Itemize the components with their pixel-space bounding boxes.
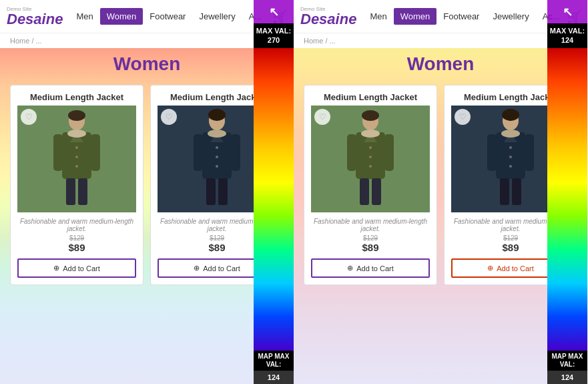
svg-point-23 (208, 130, 226, 138)
max-val-left: 270 (268, 36, 280, 44)
nav-links-right: Men Women Footwear Jewellery Ac... (363, 8, 566, 25)
cart-btn-label-2-right: Add to Cart (497, 264, 534, 272)
nav-item-footwear-right[interactable]: Footwear (436, 8, 486, 25)
svg-rect-22 (218, 178, 228, 205)
jacket-figure-1-left (50, 109, 103, 209)
product-card-1-right: Medium Length Jacket ♡ (304, 85, 437, 285)
svg-rect-5 (91, 134, 100, 171)
page-title-text-right: Women (407, 53, 475, 74)
map-max-label-right: MAP MAX VAL: (551, 353, 583, 368)
svg-rect-33 (360, 178, 369, 205)
product-img-1-left: ♡ (17, 106, 136, 212)
svg-point-8 (75, 165, 78, 168)
nav-item-women-left[interactable]: Women (100, 8, 143, 25)
product-grid-right: Medium Length Jacket ♡ (294, 85, 587, 285)
svg-rect-4 (53, 134, 63, 171)
svg-point-13 (208, 109, 226, 121)
svg-point-35 (361, 130, 380, 138)
product-card-1-left: Medium Length Jacket ♡ (10, 85, 143, 285)
nav-item-women-right[interactable]: Women (394, 8, 437, 25)
breadcrumb-right: Home / ... (294, 33, 587, 48)
svg-point-30 (369, 146, 372, 149)
svg-rect-10 (78, 178, 87, 205)
svg-point-7 (75, 156, 78, 158)
max-val-box-right: MAX VAL: 124 (547, 23, 587, 48)
val-right: 124 (561, 373, 573, 381)
svg-point-47 (501, 130, 520, 138)
add-to-cart-btn-1-left[interactable]: ⊕ Add to Cart (17, 258, 136, 278)
cart-btn-icon-2-left: ⊕ (194, 264, 200, 272)
heatmap-cursor-icon-left: ↖ (269, 5, 279, 19)
nav-item-jewellery-right[interactable]: Jewellery (486, 8, 535, 25)
logo-right: Demo Site Desaine (300, 7, 356, 27)
jacket-figure-2-left (190, 109, 244, 209)
map-max-label-left: MAP MAX VAL: (258, 353, 289, 368)
nav-links-left: Men Women Footwear Jewellery A... (69, 8, 268, 25)
breadcrumb-left: Home / ... (0, 33, 294, 48)
svg-point-32 (369, 165, 372, 168)
svg-point-44 (509, 165, 512, 168)
svg-point-20 (216, 165, 218, 168)
svg-rect-17 (231, 134, 240, 171)
product-price-1-right: $129 $89 (311, 234, 430, 253)
nav-item-jewellery-left[interactable]: Jewellery (192, 8, 242, 25)
product-price-1-left: $129 $89 (17, 234, 136, 253)
page-title-text-left: Women (113, 53, 181, 74)
svg-point-42 (509, 146, 512, 149)
cart-btn-label-1-left: Add to Cart (63, 264, 100, 272)
cart-btn-label-2-left: Add to Cart (203, 264, 240, 272)
product-desc-1-left: Fashionable and warm medium-length jacke… (17, 218, 136, 232)
map-max-box-right: MAP MAX VAL: (547, 351, 587, 371)
svg-point-25 (362, 110, 379, 121)
price-original-1-left: $129 (17, 234, 136, 242)
cart-btn-icon-1-left: ⊕ (53, 264, 59, 272)
svg-rect-9 (66, 178, 75, 205)
heatmap-sidebar-right: ↖ MAX VAL: 124 MAP MAX VAL: 124 (547, 0, 587, 384)
cart-btn-icon-1-right: ⊕ (347, 264, 353, 272)
heatmap-sidebar-left: ↖ MAX VAL: 270 MAP MAX VAL: 124 (254, 0, 294, 384)
wishlist-btn-2-right[interactable]: ♡ (455, 109, 471, 125)
product-desc-1-right: Fashionable and warm medium-length jacke… (311, 218, 430, 232)
wishlist-btn-2-left[interactable]: ♡ (161, 109, 177, 125)
wishlist-btn-1-left[interactable]: ♡ (21, 109, 37, 125)
navbar-right: Demo Site Desaine Men Women Footwear Jew… (294, 0, 587, 33)
svg-point-19 (216, 156, 218, 158)
wishlist-btn-1-right[interactable]: ♡ (314, 109, 330, 125)
product-title-1-left: Medium Length Jacket (17, 92, 136, 102)
heatmap-icon-left: ↖ (254, 0, 294, 23)
add-to-cart-btn-1-right[interactable]: ⊕ Add to Cart (311, 258, 430, 278)
price-sale-1-right: $89 (311, 242, 430, 253)
cart-btn-icon-2-right: ⊕ (487, 264, 493, 272)
svg-rect-21 (206, 178, 216, 205)
svg-rect-46 (512, 178, 521, 205)
val-box-left: 124 (254, 371, 294, 384)
val-left: 124 (268, 373, 280, 381)
svg-rect-16 (194, 134, 203, 171)
nav-item-men-left[interactable]: Men (69, 8, 99, 25)
svg-rect-40 (487, 134, 497, 171)
svg-point-37 (502, 109, 519, 121)
svg-point-1 (68, 110, 85, 121)
logo-name-right: Desaine (300, 12, 356, 27)
product-title-1-right: Medium Length Jacket (311, 92, 430, 102)
product-grid-left: Medium Length Jacket ♡ (0, 85, 294, 285)
svg-rect-41 (525, 134, 534, 171)
navbar-left: Demo Site Desaine Men Women Footwear Jew… (0, 0, 294, 33)
nav-item-footwear-left[interactable]: Footwear (143, 8, 192, 25)
svg-rect-34 (372, 178, 381, 205)
price-original-1-right: $129 (311, 234, 430, 242)
color-gradient-left (254, 48, 294, 351)
max-val-box-left: MAX VAL: 270 (254, 23, 294, 48)
nav-item-men-right[interactable]: Men (363, 8, 393, 25)
map-max-box-left: MAP MAX VAL: (254, 351, 294, 371)
cart-btn-label-1-right: Add to Cart (356, 264, 394, 272)
right-panel: Demo Site Desaine Men Women Footwear Jew… (294, 0, 587, 384)
svg-point-43 (509, 156, 512, 158)
svg-point-31 (369, 156, 372, 158)
left-panel: Demo Site Desaine Men Women Footwear Jew… (0, 0, 294, 384)
logo-name-left: Desaine (7, 12, 63, 27)
svg-rect-29 (384, 134, 394, 171)
svg-rect-28 (347, 134, 356, 171)
max-val-label-left: MAX VAL: (256, 27, 291, 35)
heatmap-icon-right: ↖ (547, 0, 587, 23)
